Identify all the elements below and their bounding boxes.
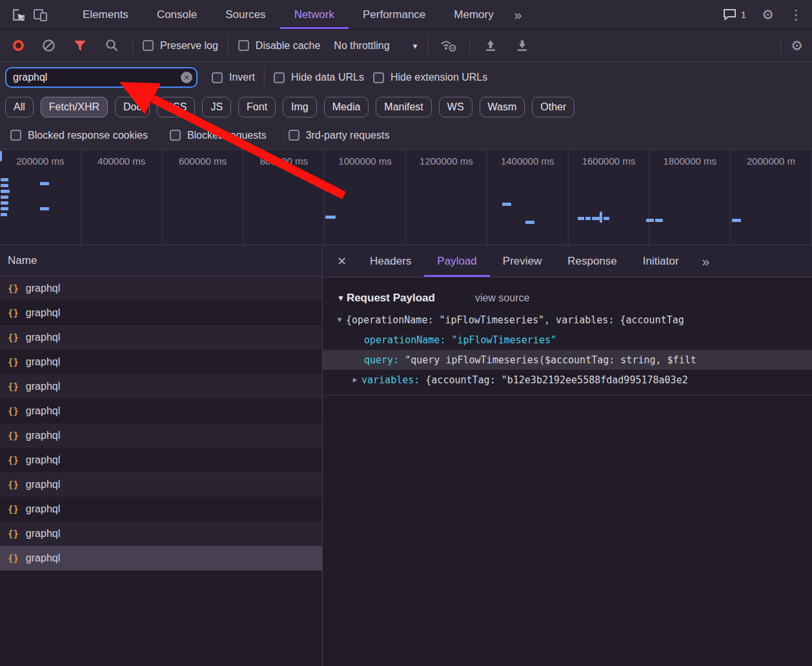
network-activity-bar <box>325 216 336 219</box>
payload-row-query[interactable]: query: "query ipFlowTimeseries($accountT… <box>323 350 812 370</box>
device-toolbar-icon[interactable] <box>30 4 52 26</box>
request-row[interactable]: {}graphql <box>0 301 322 325</box>
network-settings-gear-icon[interactable]: ⚙ <box>791 39 803 52</box>
request-row[interactable]: {}graphql <box>0 276 322 301</box>
chip-manifest[interactable]: Manifest <box>376 97 431 117</box>
request-row[interactable]: {}graphql <box>0 374 322 399</box>
message-bubble-icon <box>723 8 736 21</box>
clear-filter-icon[interactable]: ✕ <box>181 72 192 83</box>
chip-img[interactable]: Img <box>283 97 317 117</box>
request-row[interactable]: {}graphql <box>0 521 322 546</box>
third-party-label[interactable]: 3rd-party requests <box>306 130 390 141</box>
blocked-requests-label[interactable]: Blocked requests <box>187 130 267 141</box>
blocked-cookies-label[interactable]: Blocked response cookies <box>28 130 148 141</box>
chip-wasm[interactable]: Wasm <box>480 97 525 117</box>
filter-funnel-icon[interactable] <box>69 35 91 57</box>
request-row-selected[interactable]: {}graphql <box>0 546 322 570</box>
network-conditions-icon[interactable] <box>438 35 460 57</box>
network-activity-bar <box>525 221 534 224</box>
search-icon[interactable] <box>101 35 123 57</box>
kebab-menu-icon[interactable]: ⋮ <box>789 8 803 21</box>
tab-network[interactable]: Network <box>280 0 349 29</box>
clear-network-log-icon[interactable] <box>37 35 59 57</box>
inspect-element-icon[interactable] <box>8 4 30 26</box>
payload-preview-text: {operationName: "ipFlowTimeseries", vari… <box>346 314 684 326</box>
tab-memory[interactable]: Memory <box>440 0 507 29</box>
close-details-icon[interactable]: ✕ <box>337 254 347 268</box>
payload-row-operation[interactable]: operationName: "ipFlowTimeseries" <box>323 330 812 350</box>
json-braces-icon: {} <box>8 357 19 367</box>
disable-cache-checkbox[interactable] <box>238 40 249 51</box>
panel-tabs: Elements Console Sources Network Perform… <box>68 0 528 29</box>
settings-gear-icon[interactable]: ⚙ <box>762 8 774 21</box>
preserve-log-checkbox[interactable] <box>143 40 154 51</box>
preserve-log-label[interactable]: Preserve log <box>160 40 218 52</box>
more-details-tabs-icon[interactable]: » <box>696 254 716 269</box>
disable-cache-label[interactable]: Disable cache <box>256 40 321 52</box>
request-row[interactable]: {}graphql <box>0 423 322 448</box>
collapse-triangle-icon[interactable]: ▼ <box>337 294 345 303</box>
blocked-requests-checkbox[interactable] <box>170 130 181 141</box>
hide-data-urls-label[interactable]: Hide data URLs <box>291 72 364 83</box>
hide-extension-urls-label[interactable]: Hide extension URLs <box>391 72 487 83</box>
name-column-header[interactable]: Name <box>0 245 322 276</box>
view-source-link[interactable]: view source <box>475 292 529 304</box>
chip-font[interactable]: Font <box>238 97 276 117</box>
network-activity-bar <box>1 196 8 199</box>
chip-media[interactable]: Media <box>324 97 369 117</box>
request-row[interactable]: {}graphql <box>0 472 322 497</box>
tab-elements[interactable]: Elements <box>68 0 143 29</box>
collapse-triangle-icon[interactable]: ▼ <box>333 316 346 324</box>
request-name: graphql <box>26 528 60 540</box>
invert-label[interactable]: Invert <box>229 72 255 83</box>
request-row[interactable]: {}graphql <box>0 325 322 350</box>
blocked-cookies-checkbox[interactable] <box>10 130 21 141</box>
tab-response[interactable]: Response <box>554 245 630 277</box>
chip-other[interactable]: Other <box>532 97 574 117</box>
chip-all[interactable]: All <box>5 97 34 117</box>
record-network-log-button[interactable] <box>13 40 24 51</box>
request-row[interactable]: {}graphql <box>0 399 322 423</box>
network-filter-row: ✕ Invert Hide data URLs Hide extension U… <box>0 62 812 93</box>
export-har-icon[interactable] <box>480 35 502 57</box>
tab-headers[interactable]: Headers <box>357 245 424 277</box>
filter-input[interactable] <box>5 67 198 88</box>
chip-doc[interactable]: Doc <box>115 97 150 117</box>
chip-ws[interactable]: WS <box>439 97 472 117</box>
payload-row-variables[interactable]: ▶ variables: {accountTag: "b12e3b2192ee5… <box>323 370 812 390</box>
chip-fetch-xhr[interactable]: Fetch/XHR <box>41 97 108 117</box>
request-row[interactable]: {}graphql <box>0 350 322 374</box>
import-har-icon[interactable] <box>511 35 533 57</box>
request-row[interactable]: {}graphql <box>0 448 322 472</box>
network-activity-bar <box>1 184 8 187</box>
tab-sources[interactable]: Sources <box>211 0 279 29</box>
expand-triangle-icon[interactable]: ▶ <box>349 376 361 384</box>
network-activity-bar <box>604 217 609 220</box>
request-payload-section: ▼ Request Payload view source <box>323 287 812 310</box>
chip-js[interactable]: JS <box>202 97 231 117</box>
payload-preview-row[interactable]: ▼ {operationName: "ipFlowTimeseries", va… <box>323 310 812 330</box>
throttling-select[interactable]: No throttling ▾ <box>334 40 417 52</box>
tab-initiator[interactable]: Initiator <box>630 245 692 277</box>
network-overview-timeline[interactable]: 200000 ms 400000 ms 600000 ms 800000 ms … <box>0 150 812 245</box>
hide-data-urls-checkbox[interactable] <box>274 72 285 83</box>
invert-checkbox[interactable] <box>212 72 223 83</box>
third-party-checkbox[interactable] <box>289 130 299 141</box>
throttling-value: No throttling <box>334 40 389 52</box>
tab-payload[interactable]: Payload <box>424 245 489 277</box>
blocked-filters-row: Blocked response cookies Blocked request… <box>0 121 812 150</box>
console-messages-button[interactable]: 1 <box>723 8 746 21</box>
json-braces-icon: {} <box>8 332 19 343</box>
tab-preview[interactable]: Preview <box>490 245 554 277</box>
tab-console[interactable]: Console <box>143 0 211 29</box>
request-row[interactable]: {}graphql <box>0 497 322 521</box>
tab-performance[interactable]: Performance <box>349 0 440 29</box>
request-name: graphql <box>26 307 60 319</box>
toolbar-divider <box>780 37 781 54</box>
chip-css[interactable]: CSS <box>157 97 195 117</box>
devtools-window: Elements Console Sources Network Perform… <box>0 0 812 666</box>
more-tabs-icon[interactable]: » <box>508 0 529 29</box>
payload-value: "query ipFlowTimeseries($accountTag: str… <box>405 354 696 366</box>
request-name: graphql <box>26 332 60 343</box>
hide-extension-urls-checkbox[interactable] <box>373 72 384 83</box>
